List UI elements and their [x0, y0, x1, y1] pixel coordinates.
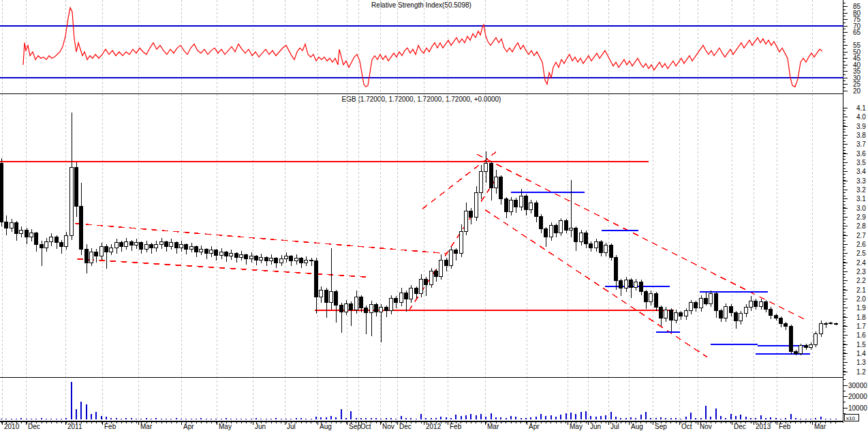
svg-text:3.9: 3.9 — [856, 123, 866, 130]
svg-text:2.2: 2.2 — [856, 277, 866, 284]
svg-text:3.4: 3.4 — [856, 168, 866, 175]
svg-text:2.0: 2.0 — [856, 295, 866, 303]
trendlines — [0, 150, 807, 357]
svg-text:Mar: Mar — [814, 423, 826, 430]
svg-text:Nov: Nov — [382, 423, 394, 430]
svg-text:1.2: 1.2 — [856, 368, 866, 376]
svg-text:2.7: 2.7 — [856, 232, 866, 239]
svg-text:Feb: Feb — [104, 423, 117, 430]
svg-text:3.3: 3.3 — [856, 177, 866, 185]
svg-text:3.2: 3.2 — [856, 186, 866, 194]
svg-text:4.0: 4.0 — [856, 113, 866, 121]
svg-text:Mar: Mar — [140, 423, 153, 430]
svg-text:2.6: 2.6 — [856, 241, 866, 248]
svg-text:Dec: Dec — [399, 423, 412, 430]
svg-text:4.1: 4.1 — [856, 104, 866, 112]
svg-text:Jun: Jun — [590, 423, 601, 430]
svg-text:20: 20 — [853, 87, 861, 95]
svg-text:2.3: 2.3 — [856, 268, 866, 276]
svg-text:2011: 2011 — [67, 423, 82, 430]
svg-text:1.5: 1.5 — [856, 341, 866, 348]
chart-canvas[interactable]: 858075706555504540353025204.14.03.93.83.… — [0, 0, 868, 431]
svg-text:3.1: 3.1 — [856, 195, 866, 203]
svg-text:Nov: Nov — [700, 423, 712, 430]
svg-text:2.5: 2.5 — [856, 250, 866, 257]
svg-text:Feb: Feb — [450, 423, 462, 430]
svg-text:1.3: 1.3 — [856, 359, 866, 366]
svg-text:2010: 2010 — [4, 423, 20, 430]
rsi-line — [23, 8, 822, 87]
svg-text:Dec: Dec — [734, 423, 746, 430]
svg-text:Jul: Jul — [610, 423, 619, 430]
svg-text:Oct: Oct — [360, 423, 371, 430]
right-axis: 858075706555504540353025204.14.03.93.83.… — [843, 0, 868, 423]
svg-text:10000: 10000 — [848, 404, 867, 412]
svg-text:3.8: 3.8 — [856, 132, 866, 139]
svg-text:May: May — [570, 423, 583, 430]
svg-text:Mar: Mar — [487, 423, 499, 430]
svg-text:Jul: Jul — [287, 423, 296, 430]
x-axis-labels: 2010Dec2011FebMarAprMayJunJulAugSepOctNo… — [2, 421, 836, 430]
svg-text:1.7: 1.7 — [856, 323, 866, 330]
volume-multiplier-label: x10 — [845, 415, 859, 421]
svg-text:Jun: Jun — [255, 423, 266, 430]
svg-text:30000: 30000 — [848, 382, 867, 389]
svg-text:Aug: Aug — [320, 423, 332, 430]
svg-text:2013: 2013 — [756, 423, 771, 430]
chart-window: Relative Strength Index(50.5098) EGB (1.… — [0, 0, 868, 431]
svg-text:3.0: 3.0 — [856, 205, 866, 212]
svg-text:Apr: Apr — [183, 423, 194, 430]
svg-text:1.9: 1.9 — [856, 304, 866, 312]
svg-text:1.4: 1.4 — [856, 350, 866, 357]
svg-text:1.6: 1.6 — [856, 331, 866, 339]
svg-text:Apr: Apr — [529, 423, 540, 430]
svg-text:3.6: 3.6 — [856, 150, 866, 158]
svg-text:2.9: 2.9 — [856, 213, 866, 221]
svg-text:Sep: Sep — [349, 423, 361, 430]
volume-plot — [1, 382, 837, 419]
svg-text:Dec: Dec — [28, 423, 40, 430]
svg-text:Sep: Sep — [655, 423, 667, 430]
svg-text:2012: 2012 — [426, 423, 441, 430]
svg-text:May: May — [219, 423, 232, 430]
panel-separators — [0, 94, 843, 421]
svg-text:3.7: 3.7 — [856, 140, 866, 148]
svg-text:2.1: 2.1 — [856, 286, 866, 294]
svg-text:3.5: 3.5 — [856, 159, 866, 166]
svg-text:Aug: Aug — [631, 423, 643, 430]
svg-text:Feb: Feb — [779, 423, 791, 430]
svg-text:Oct: Oct — [681, 423, 692, 430]
svg-text:2.8: 2.8 — [856, 222, 866, 230]
support-resistance-lines — [511, 192, 810, 354]
svg-text:2.4: 2.4 — [856, 259, 866, 267]
svg-text:x10: x10 — [846, 415, 855, 421]
svg-text:20000: 20000 — [848, 393, 867, 400]
svg-text:1.8: 1.8 — [856, 314, 866, 321]
rsi-plot — [0, 8, 843, 87]
svg-text:65: 65 — [853, 29, 861, 36]
gridlines — [3, 0, 813, 421]
price-plot — [0, 113, 838, 355]
